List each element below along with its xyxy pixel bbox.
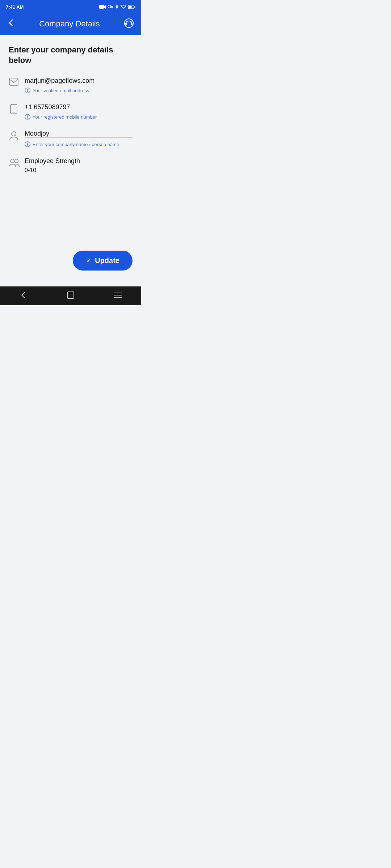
company-name-value: Moodjoy — [25, 130, 49, 139]
svg-point-15 — [27, 89, 28, 90]
wifi-icon — [121, 5, 126, 9]
svg-rect-5 — [112, 7, 112, 8]
email-icon — [9, 78, 19, 88]
email-field: marjun@pageflows.com Your verified email… — [25, 77, 133, 93]
check-icon: ✓ — [86, 257, 91, 265]
bluetooth-icon — [115, 4, 119, 9]
phone-icon — [9, 104, 19, 116]
svg-point-21 — [12, 132, 16, 136]
page-title: Company Details — [17, 19, 122, 29]
info-icon-phone — [25, 114, 30, 120]
main-content: Enter your company details below marjun@… — [0, 35, 141, 286]
status-bar: 7:41 AM — [0, 0, 141, 13]
camera-icon — [99, 5, 106, 9]
phone-hint-text: Your registered mobile number — [33, 114, 97, 120]
nav-bar — [0, 286, 141, 305]
info-icon-company — [25, 141, 30, 147]
button-container: ✓ Update — [9, 236, 133, 276]
phone-value: +1 6575089797 — [25, 103, 133, 112]
info-icon-email — [25, 88, 30, 93]
app-header: Company Details — [0, 13, 141, 35]
svg-rect-9 — [129, 6, 132, 8]
status-icons — [99, 4, 135, 9]
svg-rect-12 — [131, 23, 133, 25]
svg-point-23 — [27, 143, 28, 144]
svg-rect-11 — [125, 23, 127, 25]
back-button[interactable] — [6, 17, 17, 30]
support-icon[interactable] — [122, 17, 135, 31]
svg-rect-27 — [67, 292, 74, 298]
company-name-field[interactable]: Moodjoy Enter your company name / person… — [25, 130, 133, 147]
svg-rect-0 — [99, 5, 104, 9]
email-field-row: marjun@pageflows.com Your verified email… — [9, 77, 133, 93]
company-name-input-area[interactable]: Moodjoy — [25, 130, 133, 138]
email-hint: Your verified email address — [25, 88, 133, 93]
phone-hint: Your registered mobile number — [25, 114, 133, 120]
email-hint-text: Your verified email address — [33, 88, 89, 93]
employee-strength-label: Employee Strength — [25, 157, 133, 165]
svg-point-2 — [108, 5, 111, 8]
company-name-field-row: Moodjoy Enter your company name / person… — [9, 130, 133, 147]
status-time: 7:41 AM — [6, 4, 24, 10]
employee-strength-field: Employee Strength 0-10 — [25, 157, 133, 174]
key-icon — [108, 5, 113, 9]
update-button[interactable]: ✓ Update — [73, 251, 133, 271]
email-value: marjun@pageflows.com — [25, 77, 133, 86]
svg-rect-8 — [134, 6, 135, 8]
page-subtitle: Enter your company details below — [9, 45, 133, 65]
company-hint-text: Enter your company name / person name — [33, 142, 119, 147]
svg-rect-13 — [9, 78, 18, 85]
svg-point-26 — [14, 159, 18, 163]
svg-rect-4 — [112, 7, 113, 8]
employee-strength-row: Employee Strength 0-10 — [9, 157, 133, 174]
svg-point-25 — [10, 159, 14, 163]
phone-field: +1 6575089797 Your registered mobile num… — [25, 103, 133, 120]
company-hint: Enter your company name / person name — [25, 141, 133, 147]
employees-icon — [9, 158, 19, 170]
person-icon — [9, 131, 19, 143]
battery-icon — [128, 5, 135, 9]
svg-point-19 — [27, 115, 28, 116]
nav-back-button[interactable] — [12, 288, 35, 304]
nav-menu-button[interactable] — [106, 289, 129, 303]
svg-marker-1 — [104, 5, 106, 9]
update-button-label: Update — [95, 256, 119, 265]
nav-home-button[interactable] — [59, 288, 82, 304]
employee-strength-value: 0-10 — [25, 167, 133, 174]
phone-field-row: +1 6575089797 Your registered mobile num… — [9, 103, 133, 120]
svg-rect-3 — [111, 6, 113, 7]
